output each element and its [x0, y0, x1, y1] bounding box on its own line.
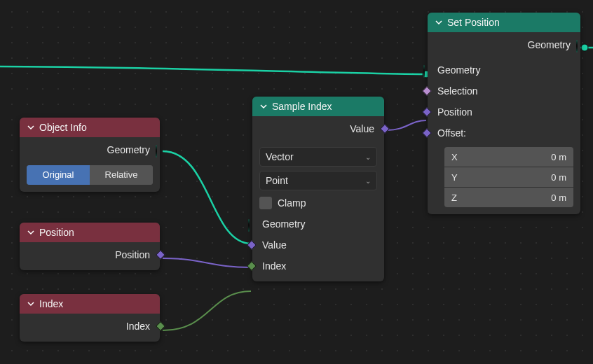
node-sample-index[interactable]: Sample Index Value Vector ⌄ Point ⌄ Clam…	[252, 97, 384, 281]
socket-label: Geometry	[262, 218, 305, 230]
chevron-down-icon	[435, 18, 443, 27]
chevron-down-icon	[27, 228, 35, 237]
socket-vector-icon[interactable]	[156, 250, 165, 260]
node-position[interactable]: Position Position	[20, 223, 160, 270]
toggle-relative[interactable]: Relative	[90, 165, 153, 185]
output-value[interactable]: Value	[259, 120, 377, 137]
socket-geometry-icon[interactable]	[423, 65, 425, 78]
input-index[interactable]: Index	[259, 258, 377, 274]
output-position[interactable]: Position	[27, 246, 153, 263]
node-header[interactable]: Index	[20, 294, 160, 314]
input-value[interactable]: Value	[259, 237, 377, 253]
socket-label: Selection	[437, 85, 478, 97]
offset-z-field[interactable]: Z 0 m	[444, 188, 573, 207]
socket-boolean-icon[interactable]	[422, 86, 432, 96]
socket-label: Geometry	[107, 144, 150, 155]
node-title: Set Position	[447, 17, 500, 28]
output-index[interactable]: Index	[27, 318, 153, 335]
chevron-down-icon	[27, 300, 35, 308]
clamp-label: Clamp	[278, 197, 306, 209]
input-position[interactable]: Position	[435, 104, 573, 120]
axis-label: Z	[451, 192, 457, 203]
socket-label: Value	[262, 239, 287, 251]
node-title: Sample Index	[272, 101, 332, 112]
socket-label: Geometry	[528, 39, 571, 50]
node-index[interactable]: Index Index	[20, 294, 160, 342]
socket-label: Index	[126, 321, 150, 332]
axis-value: 0 m	[458, 152, 566, 162]
socket-label: Geometry	[437, 64, 480, 76]
chevron-down-icon: ⌄	[365, 153, 371, 161]
dropdown-value: Vector	[266, 151, 294, 162]
data-type-dropdown[interactable]: Vector ⌄	[259, 147, 377, 167]
node-header[interactable]: Position	[20, 223, 160, 242]
input-geometry[interactable]: Geometry	[435, 62, 573, 78]
toggle-original[interactable]: Original	[27, 165, 90, 185]
clamp-checkbox-row[interactable]: Clamp	[259, 195, 377, 211]
socket-int-icon[interactable]	[247, 261, 257, 271]
dropdown-value: Point	[266, 175, 288, 186]
node-title: Object Info	[39, 122, 87, 133]
socket-geometry-icon[interactable]	[156, 145, 157, 158]
offset-y-field[interactable]: Y 0 m	[444, 167, 573, 187]
chevron-down-icon	[259, 102, 268, 111]
axis-label: X	[451, 152, 458, 162]
input-selection[interactable]: Selection	[435, 83, 573, 99]
socket-vector-icon[interactable]	[247, 240, 257, 250]
axis-value: 0 m	[458, 172, 566, 183]
clamp-checkbox[interactable]	[259, 197, 272, 209]
axis-label: Y	[451, 172, 458, 183]
socket-label: Value	[350, 123, 374, 134]
node-header[interactable]: Set Position	[428, 13, 580, 32]
socket-label: Position	[437, 106, 472, 118]
input-geometry[interactable]: Geometry	[259, 216, 377, 232]
node-header[interactable]: Sample Index	[252, 97, 384, 116]
input-offset[interactable]: Offset:	[435, 125, 573, 141]
socket-geometry-icon[interactable]	[248, 219, 250, 232]
socket-vector-icon[interactable]	[380, 124, 390, 134]
output-geometry[interactable]: Geometry	[27, 141, 153, 158]
socket-label: Offset:	[437, 127, 466, 139]
offset-x-field[interactable]: X 0 m	[444, 147, 573, 167]
output-geometry[interactable]: Geometry	[435, 36, 573, 53]
socket-label: Position	[115, 249, 150, 260]
node-title: Position	[39, 227, 74, 238]
chevron-down-icon: ⌄	[365, 177, 371, 185]
domain-dropdown[interactable]: Point ⌄	[259, 171, 377, 190]
chevron-down-icon	[27, 123, 35, 132]
node-header[interactable]: Object Info	[20, 118, 160, 137]
axis-value: 0 m	[457, 192, 566, 203]
socket-vector-icon[interactable]	[422, 107, 432, 117]
node-object-info[interactable]: Object Info Geometry Original Relative	[20, 118, 160, 192]
socket-label: Index	[262, 260, 286, 272]
transform-space-toggle[interactable]: Original Relative	[27, 165, 153, 185]
node-title: Index	[39, 298, 63, 309]
socket-geometry-icon[interactable]	[576, 40, 578, 52]
socket-vector-icon[interactable]	[422, 128, 432, 138]
node-set-position[interactable]: Set Position Geometry Geometry Selection…	[428, 13, 580, 214]
socket-int-icon[interactable]	[156, 321, 165, 331]
